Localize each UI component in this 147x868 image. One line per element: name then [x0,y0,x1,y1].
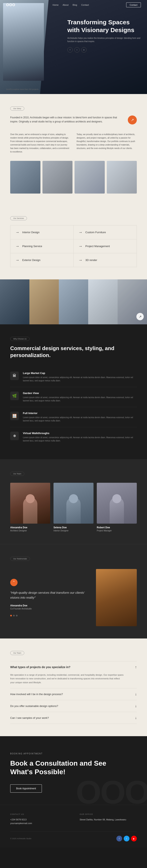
nav-logo: OOO [6,3,15,7]
faq-icon-2: ↓ [135,704,137,708]
cta-section: OOO Booking Appointment Book a Consultat… [0,736,147,805]
why-title-0: Large Market Cap [23,372,137,375]
why-text-0: Large Market Cap Lorem ipsum dolor sit a… [23,372,137,382]
team-name-2: Robert Doe [97,526,137,529]
service-arrow-icon: → [15,244,20,249]
hero-social-linkedin[interactable]: in [81,47,86,53]
service-item-custom-furniture[interactable]: → Custom Furniture [73,225,137,239]
hero-social-twitter[interactable]: t [74,47,80,53]
service-item-interior-design[interactable]: → Interior Design [10,225,73,239]
services-section-label: Our Services [10,216,27,220]
why-item-0: 🏛 Large Market Cap Lorem ipsum dolor sit… [10,367,137,387]
why-icon-0: 🏛 [10,372,19,380]
faq-item-1: How involved will I be in the design pro… [10,688,137,700]
gallery-image-1 [0,279,29,324]
cta-label: Booking Appointment [10,752,137,755]
footer-bottom: © 2025 Archistudio Studio f t ▶ [10,831,137,841]
faq-items: What types of projects do you specialize… [10,661,137,724]
footer-address-col: Our Office Street Dahlia, Number 08, Mal… [80,813,137,825]
gallery-strip: ↗ [0,279,147,324]
hero-section: Transforming Spaces with Visionary Desig… [0,0,147,94]
team-name-0: Alexandra Doe [10,526,50,529]
faq-question-2: Do you offer sustainable design options? [10,705,58,708]
why-text-3: Virtual Walkthroughs Lorem ipsum dolor s… [23,432,137,442]
nav-link-home[interactable]: Home [53,4,59,6]
cta-button[interactable]: Book Appointment [10,784,42,793]
nav-link-blog[interactable]: Blog [73,4,77,6]
why-title-2: Full Interior [23,412,137,415]
cta-watermark: OOO [76,773,147,805]
team-grid: Alexandra Doe Architect Designer Selena … [10,483,137,532]
hero-heading: Transforming Spaces with Visionary Desig… [67,19,141,34]
why-items-list: 🏛 Large Market Cap Lorem ipsum dolor sit… [10,367,137,447]
nav-link-contact[interactable]: Contact [81,4,89,6]
testimonial-photo [96,569,137,626]
why-desc-1: Lorem ipsum dolor sit amet, consectetur … [23,396,137,402]
testimonial-dot-3[interactable] [16,615,17,616]
footer-phone: +234 5678 9213 [10,818,67,822]
faq-icon-0: ↑ [135,665,137,669]
nav-links: Home About Blog Contact [53,4,89,6]
gallery-image-4 [88,279,118,324]
faq-item-2-header[interactable]: Do you offer sustainable design options?… [10,700,137,712]
faq-question-0: What types of projects do you specialize… [10,665,70,669]
why-text-2: Full Interior Lorem ipsum dolor sit amet… [23,412,137,423]
why-desc-3: Lorem ipsum dolor sit amet, consectetur … [23,436,137,442]
testimonial-dot-2[interactable] [13,615,15,616]
team-role-2: Project Manager [97,530,137,532]
testimonial-dot-1[interactable] [10,615,12,616]
team-card-2: Robert Doe Project Manager [97,483,137,532]
hero-social-facebook[interactable]: f [67,47,73,53]
navbar: OOO Home About Blog Contact Contact [0,0,147,10]
footer-social-youtube[interactable]: ▶ [131,836,137,841]
testimonial-photo-bg [96,569,137,626]
service-item-exterior-design[interactable]: → Exterior Design [10,253,73,267]
footer-social-twitter[interactable]: t [124,836,130,841]
testimonial-quote-icon: " [10,579,17,586]
footer-contact-col: Contact Us +234 5678 9213 yoursampleemai… [10,813,67,825]
gallery-image-5: ↗ [118,279,147,324]
footer-address: Street Dahlia, Number 08, Malang, Lawokw… [80,818,137,822]
service-item-project-management[interactable]: → Project Management [73,239,137,253]
service-arrow-icon: → [78,230,82,235]
faq-icon-1: ↓ [135,692,137,696]
why-item-1: 🌿 Garden View Lorem ipsum dolor sit amet… [10,387,137,407]
service-arrow-icon: → [15,230,20,235]
why-title-1: Garden View [23,392,137,395]
why-icon-3: ❄ [10,432,19,440]
faq-item-0-header[interactable]: What types of projects do you specialize… [10,661,137,673]
nav-contact-button[interactable]: Contact [126,2,141,7]
about-images [10,161,137,193]
about-cta-button[interactable]: ↗ [128,116,137,124]
hero-scroll-label: Scroll to explore more than 250 projects [6,88,39,90]
testimonials-section-label: Our Testimonials [10,557,30,561]
why-icon-2: 🪟 [10,412,19,420]
about-image-4 [107,161,137,193]
hero-social: f t in [67,47,141,53]
about-body-row: Over the years, we've embraced a range o… [10,133,137,154]
footer-email: yoursampleemail.com [10,822,67,825]
service-item-3d-render[interactable]: → 3D render [73,253,137,267]
service-label-exterior-design: Exterior Design [22,258,40,261]
faq-item-1-header[interactable]: How involved will I be in the design pro… [10,688,137,700]
about-section: Our Story Founded in 2010, Archistudio b… [0,94,147,206]
gallery-expand-icon[interactable]: ↗ [139,315,142,319]
faq-question-1: How involved will I be in the design pro… [10,693,63,696]
services-section: Our Services → Interior Design → Custom … [0,206,147,279]
faq-item-3-header[interactable]: Can I see samples of your work? ↓ [10,712,137,724]
footer-social-facebook[interactable]: f [116,836,122,841]
testimonials-section: Our Testimonials " "High-quality design … [0,544,147,639]
hero-content: Transforming Spaces with Visionary Desig… [67,19,141,53]
nav-link-about[interactable]: About [63,4,69,6]
service-item-planning-service[interactable]: → Planning Service [10,239,73,253]
why-section-label: Why Choose Us [10,337,30,341]
testimonial-dots [10,615,88,616]
team-photo-0 [10,483,50,524]
service-label-custom-furniture: Custom Furniture [85,231,106,234]
about-body-left: Over the years, we've embraced a range o… [10,133,70,154]
hero-building-overlay [3,3,44,81]
footer-contact-label: Contact Us [10,813,67,815]
testimonial-author-role: Co-Founder Archistudio [10,608,88,610]
why-text-1: Garden View Lorem ipsum dolor sit amet, … [23,392,137,402]
testimonial-quote-text: "High-quality design services that trans… [10,590,88,600]
